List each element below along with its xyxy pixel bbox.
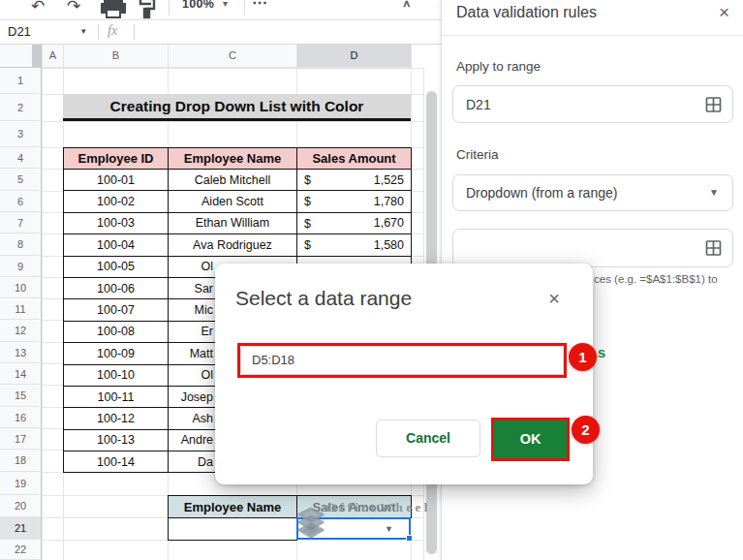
criteria-range-input[interactable] [452,229,733,267]
row-header-8[interactable]: 8 [0,233,42,256]
name-box[interactable]: D21 [8,24,31,39]
print-icon[interactable] [100,0,127,20]
row-header-19[interactable]: 19 [0,472,42,495]
row-header-1[interactable]: 1 [0,68,42,94]
employee-id-cell[interactable]: 100-06 [64,277,169,298]
select-data-range-dialog: Select a data range × D5:D18 Cancel OK [215,264,593,484]
apply-to-range-label: Apply to range [456,59,541,74]
row-header-3[interactable]: 3 [0,121,42,147]
row-header-2[interactable]: 2 [0,94,42,121]
table1-header-cell[interactable]: Employee Name [169,148,297,170]
column-header-a[interactable]: A [42,45,64,68]
table1-header-cell[interactable]: Employee ID [64,148,169,170]
annotation-box-1: D5:D18 [237,343,567,378]
annotation-badge-1: 1 [569,343,597,371]
employee-id-cell[interactable]: 100-01 [64,170,169,191]
column-header-c[interactable]: C [168,45,297,68]
sales-amount-cell[interactable]: $1,670 [297,212,412,233]
apply-range-value: D21 [466,97,491,112]
zoom-caret-icon[interactable]: ▾ [223,0,228,9]
employee-id-cell[interactable]: 100-09 [64,343,169,364]
currency-symbol: $ [304,191,311,212]
row-header-6[interactable]: 6 [0,191,42,212]
row-header-11[interactable]: 11 [0,298,42,320]
formula-bar: D21 ▾ fx [0,20,441,45]
criteria-label: Criteria [456,147,499,162]
select-range-grid-icon[interactable] [705,240,722,257]
employee-id-cell[interactable]: 100-07 [64,299,169,321]
currency-symbol: $ [304,213,311,234]
employee-name-cell[interactable]: Aiden Scott [169,191,297,212]
annotation-box-2: OK [491,418,570,461]
redo-icon[interactable]: ↷ [63,0,84,19]
employee-id-cell[interactable]: 100-13 [64,429,169,451]
gridline [42,68,423,69]
employee-name-cell[interactable]: Ethan William [169,212,297,233]
cancel-button[interactable]: Cancel [376,420,480,457]
employee-id-cell[interactable]: 100-11 [64,386,169,407]
table2-header-cell[interactable]: Employee Name [169,496,297,518]
row-header-12[interactable]: 12 [0,320,42,342]
panel-close-icon[interactable]: × [719,2,729,23]
helper-text-fragment: ces (e.g. =$A$1:$B$1) to [594,273,739,285]
currency-symbol: $ [304,234,311,256]
name-box-caret-icon[interactable]: ▾ [81,26,86,36]
row-header-15[interactable]: 15 [0,385,42,407]
toolbar: ↶ ↷ 100% ▾ ⋯ ∧ [0,0,441,20]
panel-title: Data validation rules [456,4,597,21]
employee-id-cell[interactable]: 100-03 [64,212,169,233]
employee-id-cell[interactable]: 100-04 [64,234,169,256]
row-header-22[interactable]: 22 [0,540,42,560]
row-header-17[interactable]: 17 [0,428,42,450]
dialog-title: Select a data range [235,287,412,310]
undo-icon[interactable]: ↶ [27,0,48,19]
row-header-21[interactable]: 21 [0,517,42,540]
more-options-icon[interactable]: ⋯ [252,0,268,12]
sales-amount-cell[interactable]: $1,580 [297,234,412,256]
fill-handle[interactable] [406,535,413,542]
criteria-select[interactable]: Dropdown (from a range) ▼ [452,174,733,211]
zoom-level[interactable]: 100% [182,0,214,11]
row-header-16[interactable]: 16 [0,407,42,428]
collapse-toolbar-icon[interactable]: ∧ [402,0,412,10]
sales-amount-cell[interactable]: $1,780 [297,191,412,212]
empty-name-cell[interactable] [169,518,297,541]
row-header-7[interactable]: 7 [0,212,42,233]
employee-name-cell[interactable]: Ava Rodriguez [169,234,297,256]
row-header-14[interactable]: 14 [0,363,42,385]
row-header-18[interactable]: 18 [0,450,42,472]
amount-value: 1,780 [374,195,404,208]
sheet-title-cell[interactable]: Creating Drop Down List with Color [63,94,411,121]
select-range-grid-icon[interactable] [705,96,722,112]
table1-header-cell[interactable]: Sales Amount [297,148,412,170]
employee-id-cell[interactable]: 100-02 [64,191,169,212]
fx-icon: fx [108,23,117,39]
row-header-10[interactable]: 10 [0,277,42,298]
apply-range-input[interactable]: D21 [452,85,733,123]
employee-id-cell[interactable]: 100-08 [64,321,169,342]
row-header-13[interactable]: 13 [0,342,42,363]
currency-symbol: $ [304,170,311,191]
employee-id-cell[interactable]: 100-14 [64,451,169,473]
data-range-input[interactable]: D5:D18 [240,346,564,375]
employee-name-cell[interactable]: Caleb Mitchell [169,170,297,191]
paint-format-icon[interactable] [138,0,157,20]
employee-id-cell[interactable]: 100-05 [64,256,169,277]
row-header-4[interactable]: 4 [0,147,42,169]
employee-id-cell[interactable]: 100-12 [64,408,169,429]
table-row: 100-01Caleb Mitchell$1,525 [64,170,412,191]
gridline [42,68,43,560]
employee-id-cell[interactable]: 100-10 [64,364,169,386]
column-header-b[interactable]: B [63,45,169,68]
row-header-9[interactable]: 9 [0,256,42,277]
dialog-close-icon[interactable]: × [548,289,560,308]
amount-value: 1,670 [374,216,404,230]
cell-dropdown-arrow-icon[interactable]: ▼ [385,524,393,534]
sales-amount-cell[interactable]: $1,525 [297,170,412,191]
row-header-20[interactable]: 20 [0,495,42,517]
google-sheets-app: ↶ ↷ 100% ▾ ⋯ ∧ D21 ▾ fx ABCD 12345678910… [0,0,743,560]
select-all-corner[interactable] [0,45,42,68]
column-header-d[interactable]: D [296,45,412,68]
row-header-5[interactable]: 5 [0,169,42,191]
ok-button[interactable]: OK [494,420,567,458]
